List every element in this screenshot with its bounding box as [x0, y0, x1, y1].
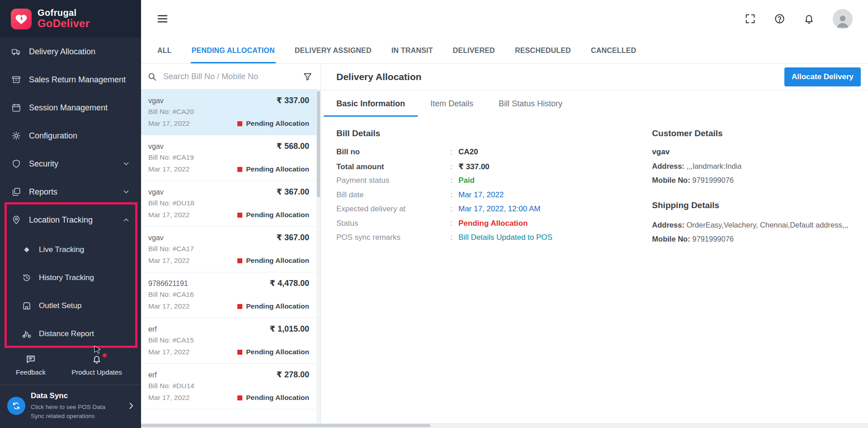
data-sync-panel[interactable]: Data Sync Click here to see POS Data Syn… [0, 385, 141, 428]
bill-customer-name: vgav [148, 97, 164, 105]
sidebar-item-distance-report[interactable]: Distance Report [0, 320, 141, 348]
bill-amount: ₹ 4,478.00 [269, 278, 309, 288]
bill-status-label: Pending Allocation [246, 257, 309, 265]
brand-name-top: Gofrugal [38, 8, 90, 18]
bill-status-label: Pending Allocation [246, 211, 309, 219]
address-label: Address: [652, 221, 684, 229]
scrollbar-thumb[interactable] [317, 91, 320, 197]
bill-number: Bill No: #CA19 [148, 153, 309, 162]
allocate-delivery-button[interactable]: Allocate Delivery [784, 67, 861, 86]
tab-in-transit[interactable]: IN TRANSIT [391, 38, 434, 63]
tab-rescheduled[interactable]: RESCHEDULED [514, 38, 572, 63]
data-sync-description-line2: Sync related operations [31, 412, 121, 421]
address-label: Address: [652, 162, 684, 170]
field-value: Paid [458, 176, 475, 185]
bill-list-panel: vgav₹ 337.00 Bill No: #CA20 Mar 17, 2022… [141, 64, 321, 423]
user-avatar[interactable] [833, 9, 853, 29]
bill-list-item[interactable]: vgav₹ 337.00 Bill No: #CA20 Mar 17, 2022… [141, 90, 316, 135]
bill-status-label: Pending Allocation [246, 302, 309, 310]
bill-amount: ₹ 568.00 [276, 141, 309, 151]
bill-status: Pending Allocation [237, 165, 309, 173]
sidebar-item-sales-return-management[interactable]: Sales Return Management [0, 66, 141, 94]
bill-list-item[interactable]: vgav₹ 568.00 Bill No: #CA19 Mar 17, 2022… [141, 135, 316, 181]
hamburger-menu-icon[interactable] [156, 13, 169, 25]
tab-delivered[interactable]: DELIVERED [452, 38, 496, 63]
product-updates-bell-icon [92, 354, 102, 364]
sidebar-item-label: Session Management [29, 103, 108, 113]
sidebar-item-live-tracking[interactable]: Live Tracking [0, 236, 141, 264]
feedback-link[interactable]: Feedback [0, 354, 61, 376]
help-icon[interactable] [774, 13, 785, 24]
sidebar-footer: Feedback Product Updates [0, 351, 141, 379]
colon: : [450, 233, 458, 242]
bill-status: Pending Allocation [237, 302, 309, 310]
shipping-address: Address: OrderEasy,Velachery, Chennai,De… [652, 219, 854, 231]
bill-details-section: Bill Details Bill no : CA20 Total amount… [336, 128, 652, 423]
field-value: Pending Allocation [458, 219, 528, 228]
field-label: Bill no [336, 147, 450, 157]
tab-pending-allocation[interactable]: PENDING ALLOCATION [191, 38, 276, 63]
chevron-down-icon [122, 160, 130, 168]
godeliver-heart-logo-icon [11, 9, 32, 29]
field-value: CA20 [458, 147, 478, 157]
pos-sync-remarks-row: POS sync remarks : Bill Details Updated … [336, 233, 652, 247]
sync-icon [7, 397, 25, 415]
bill-list-item[interactable]: vgav₹ 367.00 Bill No: #CA17 Mar 17, 2022… [141, 227, 316, 272]
bill-number: Bill No: #DU14 [148, 382, 309, 390]
product-updates-link[interactable]: Product Updates [61, 354, 132, 376]
bill-customer-name: erf [148, 325, 157, 333]
diamond-icon [22, 245, 32, 255]
bill-no-row: Bill no : CA20 [336, 147, 652, 162]
bill-status: Pending Allocation [237, 119, 309, 128]
filter-icon[interactable] [303, 72, 312, 81]
bill-date: Mar 17, 2022 [148, 394, 189, 402]
bill-list-item[interactable]: vgav₹ 367.00 Bill No: #DU18 Mar 17, 2022… [141, 181, 316, 227]
tab-basic-information[interactable]: Basic Information [324, 90, 418, 117]
bill-list: vgav₹ 337.00 Bill No: #CA20 Mar 17, 2022… [141, 90, 316, 423]
basic-information-content: Bill Details Bill no : CA20 Total amount… [321, 117, 868, 423]
customer-name: vgav [652, 147, 854, 157]
bill-list-item[interactable]: 9786621191₹ 4,478.00 Bill No: #CA16 Mar … [141, 272, 316, 318]
bill-list-item[interactable]: erf₹ 278.00 Bill No: #DU14 Mar 17, 2022P… [141, 364, 316, 409]
field-label: Total amount [336, 162, 450, 171]
sidebar-item-label: Reports [29, 187, 57, 197]
bill-amount: ₹ 278.00 [276, 370, 309, 380]
store-icon [22, 301, 32, 311]
field-value: Bill Details Updated to POS [458, 233, 552, 242]
status-square-icon [237, 213, 242, 218]
sidebar-item-reports[interactable]: Reports [0, 178, 141, 206]
bill-customer-name: vgav [148, 143, 164, 151]
status-square-icon [237, 304, 242, 309]
sidebar-item-label: Configuration [29, 131, 77, 141]
sidebar-item-delivery-allocation[interactable]: Delivery Allocation [0, 38, 141, 66]
main-area: ALL PENDING ALLOCATION DELIVERY ASSIGNED… [141, 0, 868, 428]
tab-all[interactable]: ALL [156, 38, 173, 63]
sidebar-item-history-tracking[interactable]: History Tracking [0, 264, 141, 292]
bill-status: Pending Allocation [237, 211, 309, 219]
scrollbar-thumb[interactable] [141, 424, 430, 427]
sidebar-item-security[interactable]: Security [0, 150, 141, 178]
delivery-allocation-panel: Delivery Allocation Allocate Delivery Ba… [321, 64, 868, 423]
bill-date: Mar 17, 2022 [148, 119, 189, 128]
field-value: ₹ 337.00 [458, 162, 490, 171]
vertical-scrollbar[interactable] [316, 90, 321, 423]
horizontal-scrollbar[interactable] [141, 423, 868, 428]
product-updates-label: Product Updates [71, 368, 122, 376]
topbar [141, 0, 868, 38]
search-input[interactable] [162, 71, 297, 82]
location-pin-icon [11, 215, 21, 225]
tab-cancelled[interactable]: CANCELLED [590, 38, 637, 63]
bill-status-label: Pending Allocation [246, 394, 309, 402]
bill-number: Bill No: #CA15 [148, 336, 309, 344]
sidebar-item-configuration[interactable]: Configuration [0, 122, 141, 150]
sidebar-item-outlet-setup[interactable]: Outlet Setup [0, 292, 141, 320]
notifications-bell-icon[interactable] [803, 13, 815, 24]
sidebar-item-session-management[interactable]: Session Management [0, 94, 141, 122]
bill-customer-name: 9786621191 [148, 280, 188, 288]
sidebar-item-location-tracking[interactable]: Location Tracking [0, 206, 141, 234]
tab-item-details[interactable]: Item Details [418, 90, 486, 117]
bill-list-item[interactable]: erf₹ 1,015.00 Bill No: #CA15 Mar 17, 202… [141, 318, 316, 364]
tab-delivery-assigned[interactable]: DELIVERY ASSIGNED [294, 38, 373, 63]
fullscreen-icon[interactable] [745, 13, 756, 24]
tab-bill-status-history[interactable]: Bill Status History [486, 90, 575, 117]
